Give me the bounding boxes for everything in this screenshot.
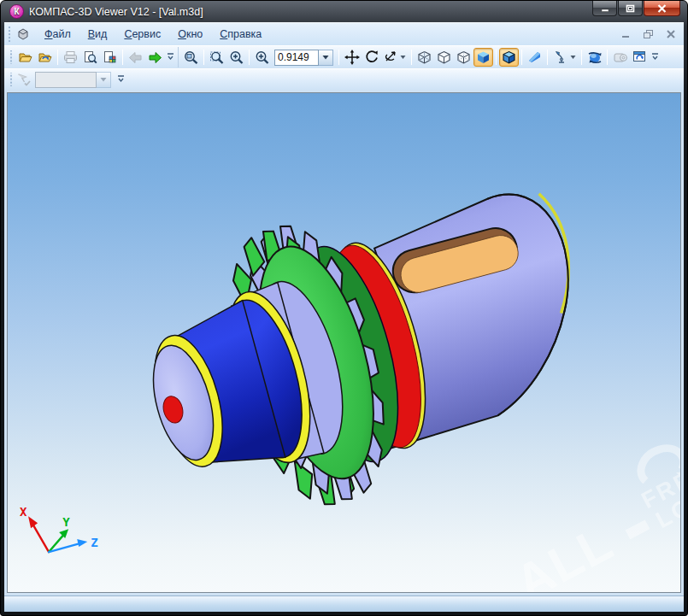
menubar-grip[interactable] bbox=[7, 26, 11, 42]
print-preview-icon bbox=[83, 50, 97, 64]
hidden-lines-thin-button[interactable] bbox=[454, 48, 473, 67]
refresh-window-icon bbox=[632, 50, 648, 64]
toolbar-overflow-chevron[interactable] bbox=[166, 48, 175, 67]
scroll-icon bbox=[613, 50, 628, 65]
mdi-minimize-icon bbox=[622, 31, 631, 38]
rotate-axis-button[interactable] bbox=[381, 48, 409, 67]
menu-bar: Файл Вид Сервис Окно Справка bbox=[4, 22, 684, 45]
toolbar-overflow-chevron[interactable] bbox=[650, 48, 660, 67]
menu-service[interactable]: Сервис bbox=[115, 26, 169, 43]
axis-x-label: X bbox=[20, 505, 27, 519]
minimize-button[interactable] bbox=[592, 1, 617, 16]
perspective-icon bbox=[527, 50, 542, 64]
shaded-button[interactable] bbox=[473, 48, 493, 67]
viewport-gutter: X Y Z ALL FREE LOAD .NET bbox=[4, 90, 684, 595]
selection-filter-button[interactable] bbox=[15, 70, 35, 89]
mdi-close-button[interactable] bbox=[663, 28, 679, 41]
status-bar bbox=[4, 595, 684, 612]
shaded-edges-cube-icon bbox=[502, 50, 516, 65]
orientation-button[interactable] bbox=[550, 48, 579, 67]
separator bbox=[249, 50, 250, 65]
open-refresh-button[interactable] bbox=[35, 48, 55, 67]
separator bbox=[338, 50, 339, 65]
zoom-frame-button[interactable] bbox=[181, 48, 201, 67]
forward-button[interactable] bbox=[145, 48, 165, 67]
mdi-minimize-button[interactable] bbox=[619, 28, 634, 41]
watermark: ALL FREE LOAD .NET bbox=[493, 414, 680, 592]
pan-button[interactable] bbox=[342, 48, 362, 67]
3d-viewport[interactable]: X Y Z ALL FREE LOAD .NET bbox=[7, 92, 681, 593]
dropdown-arrow-icon bbox=[322, 55, 329, 60]
refresh-window-button[interactable] bbox=[630, 48, 650, 67]
rotate-axis-icon bbox=[384, 50, 399, 65]
folder-refresh-icon bbox=[38, 50, 53, 64]
maximize-button[interactable] bbox=[618, 1, 643, 16]
mdi-restore-icon bbox=[644, 30, 654, 39]
menu-file[interactable]: Файл bbox=[36, 26, 79, 43]
close-button[interactable] bbox=[644, 1, 680, 16]
forward-arrow-icon bbox=[148, 51, 162, 64]
window-title: КОМПАС-3D Viewer V12 - [Val.m3d] bbox=[29, 6, 203, 18]
toolbar-grip[interactable] bbox=[9, 73, 13, 85]
pan-icon bbox=[344, 50, 360, 65]
zoom-scale-dropdown[interactable] bbox=[319, 50, 333, 66]
axis-y-label: Y bbox=[62, 515, 70, 529]
selection-toolbar bbox=[4, 68, 684, 90]
toolbar-selection bbox=[6, 70, 128, 89]
coordinate-triad: X Y Z bbox=[20, 505, 98, 552]
toolbar-view bbox=[181, 47, 662, 67]
rotate-sphere-icon bbox=[587, 50, 603, 65]
mdi-restore-button[interactable] bbox=[641, 28, 656, 41]
wireframe-button[interactable] bbox=[415, 48, 434, 67]
restore-icon bbox=[626, 4, 635, 13]
print-button[interactable] bbox=[61, 48, 80, 67]
3d-doc-icon bbox=[16, 27, 30, 41]
close-icon bbox=[657, 4, 667, 13]
zoom-scale-input[interactable] bbox=[274, 50, 319, 66]
back-arrow-icon bbox=[128, 51, 143, 64]
perspective-button[interactable] bbox=[525, 48, 544, 67]
rotate-view-button[interactable] bbox=[585, 48, 604, 67]
separator bbox=[547, 50, 548, 65]
main-toolbar bbox=[4, 45, 684, 68]
window-controls bbox=[591, 1, 680, 16]
zoom-in-icon bbox=[255, 50, 270, 65]
menu-window[interactable]: Окно bbox=[169, 26, 211, 43]
image-roll-button[interactable] bbox=[610, 48, 630, 67]
print-setup-button[interactable] bbox=[100, 48, 120, 67]
open-button[interactable] bbox=[15, 48, 35, 67]
dropdown-arrow-icon bbox=[100, 77, 107, 82]
rotate-button[interactable] bbox=[362, 48, 381, 67]
back-button[interactable] bbox=[126, 48, 145, 67]
separator bbox=[581, 50, 582, 65]
kompas-logo-icon: К bbox=[9, 4, 24, 19]
zoom-region-icon bbox=[209, 50, 225, 65]
filter-flag-icon bbox=[17, 73, 33, 86]
separator bbox=[607, 50, 608, 65]
title-bar[interactable]: К КОМПАС-3D Viewer V12 - [Val.m3d] bbox=[4, 1, 684, 22]
minimize-icon bbox=[601, 4, 609, 12]
printer-icon bbox=[63, 50, 78, 64]
zoom-scale-combo bbox=[274, 50, 333, 66]
hidden-removed-cube-icon bbox=[437, 50, 451, 65]
zoom-frame-icon bbox=[184, 50, 199, 65]
toolbar-overflow-chevron[interactable] bbox=[116, 70, 126, 89]
separator bbox=[521, 50, 522, 65]
menu-help[interactable]: Справка bbox=[211, 26, 270, 43]
print-preview-button[interactable] bbox=[80, 48, 100, 67]
hidden-lines-removed-button[interactable] bbox=[434, 48, 454, 67]
zoom-fit-button[interactable] bbox=[226, 48, 246, 67]
shaded-with-edges-button[interactable] bbox=[499, 48, 519, 67]
dropdown-arrow-icon bbox=[400, 55, 406, 60]
zoom-in-button[interactable] bbox=[252, 48, 272, 67]
document-icon[interactable] bbox=[15, 26, 31, 42]
chevron-icon bbox=[167, 53, 174, 62]
zoom-fit-icon bbox=[229, 50, 244, 65]
menu-view[interactable]: Вид bbox=[79, 26, 116, 43]
selection-combo[interactable] bbox=[35, 72, 97, 88]
zoom-region-button[interactable] bbox=[207, 48, 226, 67]
toolbar-grip[interactable] bbox=[9, 50, 13, 65]
selection-combo-dropdown[interactable] bbox=[97, 72, 111, 88]
svg-text:ALL: ALL bbox=[506, 513, 622, 592]
shaft-gear-model: X Y Z ALL FREE LOAD .NET bbox=[8, 93, 680, 592]
